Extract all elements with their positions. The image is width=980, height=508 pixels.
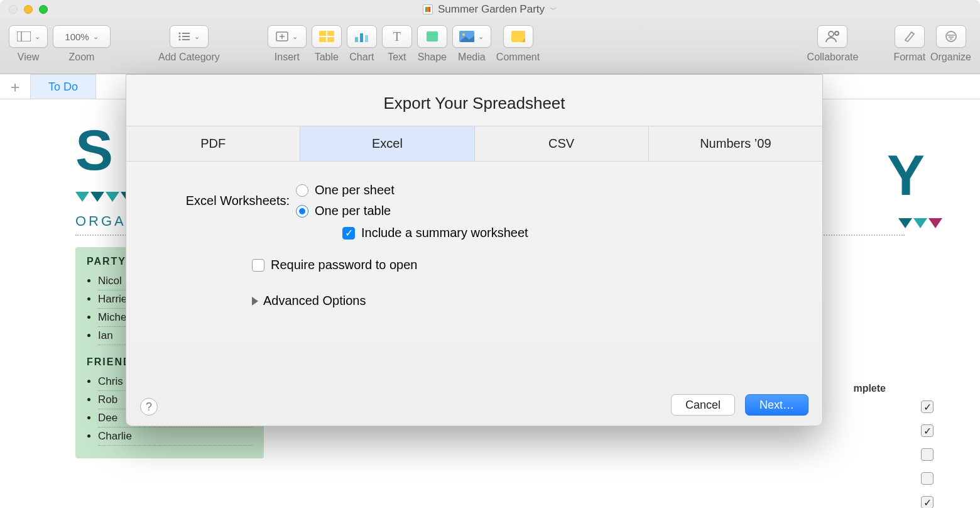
comment-button[interactable] xyxy=(503,25,533,48)
complete-checkbox[interactable] xyxy=(921,448,934,461)
format-tab-excel[interactable]: Excel xyxy=(300,126,474,161)
format-tabs: PDFExcelCSVNumbers ’09 xyxy=(126,126,822,162)
bar-chart-icon xyxy=(354,31,369,42)
toolbar: ⌄ View 100% ⌄ Zoom ⌄ Add Category ⌄ Inse… xyxy=(0,19,980,74)
svg-rect-5 xyxy=(182,36,190,37)
toolbar-label: View xyxy=(18,52,39,63)
dialog-body: Excel Worksheets: One per sheet One per … xyxy=(126,162,822,308)
toolbar-label: Media xyxy=(458,52,486,63)
square-icon xyxy=(425,31,439,42)
add-category-button[interactable]: ⌄ xyxy=(170,25,209,48)
checkbox-icon xyxy=(252,259,264,272)
radio-label: One per table xyxy=(315,204,391,218)
person-add-icon xyxy=(825,30,840,43)
table-icon xyxy=(319,31,334,42)
format-tab-pdf[interactable]: PDF xyxy=(126,126,300,161)
cancel-button[interactable]: Cancel xyxy=(671,394,735,416)
toolbar-label: Insert xyxy=(275,52,300,63)
paintbrush-icon xyxy=(903,30,917,43)
toolbar-label: Table xyxy=(315,52,339,63)
add-sheet-button[interactable]: ＋ xyxy=(0,74,30,99)
filter-icon xyxy=(944,30,958,43)
svg-rect-0 xyxy=(17,31,31,41)
minimize-window-button[interactable] xyxy=(24,5,33,14)
chevron-down-icon: ﹀ xyxy=(550,4,557,15)
toolbar-label: Zoom xyxy=(69,52,95,63)
advanced-options-disclosure[interactable]: Advanced Options xyxy=(252,294,797,308)
window-title[interactable]: Summer Garden Party ﹀ xyxy=(423,3,557,16)
plus-box-icon xyxy=(276,31,288,41)
caret-down-icon: ⌄ xyxy=(194,33,200,41)
worksheets-label: Excel Worksheets: xyxy=(151,194,296,208)
zoom-window-button[interactable] xyxy=(39,5,48,14)
disclosure-triangle-icon xyxy=(252,297,258,306)
table-button[interactable] xyxy=(312,25,342,48)
dialog-title: Export Your Spreadsheet xyxy=(126,75,822,126)
checkbox-icon: ✓ xyxy=(342,227,355,240)
doc-large-letters-right: Y xyxy=(887,143,942,208)
shape-button[interactable] xyxy=(417,25,447,48)
format-button[interactable] xyxy=(895,25,925,48)
complete-checkbox[interactable]: ✓ xyxy=(921,424,934,437)
complete-checkbox[interactable]: ✓ xyxy=(921,400,934,413)
format-tab-csv[interactable]: CSV xyxy=(475,126,649,161)
toolbar-label: Add Category xyxy=(158,52,220,63)
sheet-tab-todo[interactable]: To Do xyxy=(30,74,96,99)
svg-point-26 xyxy=(946,31,956,41)
toolbar-label: Collaborate xyxy=(807,52,859,63)
complete-checkbox[interactable] xyxy=(921,472,934,485)
collaborate-button[interactable] xyxy=(817,25,847,48)
next-button[interactable]: Next… xyxy=(745,394,808,416)
image-icon xyxy=(459,31,474,42)
radio-one-per-table[interactable]: One per table xyxy=(296,204,395,218)
view-button[interactable]: ⌄ xyxy=(9,25,48,48)
format-tab-numbers09[interactable]: Numbers ’09 xyxy=(649,126,822,161)
require-password-checkbox[interactable]: Require password to open xyxy=(252,258,417,272)
advanced-label: Advanced Options xyxy=(263,294,366,308)
caret-down-icon: ⌄ xyxy=(35,33,40,41)
text-icon: T xyxy=(393,30,401,44)
text-button[interactable]: T xyxy=(382,25,412,48)
list-icon xyxy=(178,31,190,41)
toolbar-label: Text xyxy=(388,52,406,63)
checkbox-label: Require password to open xyxy=(271,258,417,272)
toolbar-label: Organize xyxy=(930,52,971,63)
svg-point-6 xyxy=(179,38,181,40)
sticky-note-icon xyxy=(511,31,525,42)
svg-point-22 xyxy=(829,31,834,36)
document-title: Summer Garden Party xyxy=(438,3,545,16)
close-window-button[interactable] xyxy=(9,5,18,14)
radio-label: One per sheet xyxy=(315,183,395,197)
media-button[interactable]: ⌄ xyxy=(452,25,491,48)
zigzag-decor-right xyxy=(898,218,942,231)
organize-button[interactable] xyxy=(936,25,966,48)
button-label: Cancel xyxy=(685,399,721,411)
svg-point-4 xyxy=(179,35,181,37)
insert-button[interactable]: ⌄ xyxy=(268,25,307,48)
export-dialog: Export Your Spreadsheet PDFExcelCSVNumbe… xyxy=(126,74,823,426)
chart-button[interactable] xyxy=(347,25,377,48)
help-button[interactable]: ? xyxy=(140,398,158,416)
checkbox-label: Include a summary worksheet xyxy=(361,226,528,240)
traffic-lights xyxy=(9,5,48,14)
list-item: Charlie xyxy=(98,428,253,446)
sheet-tab-label: To Do xyxy=(48,80,78,94)
svg-rect-3 xyxy=(182,33,190,34)
radio-icon xyxy=(296,184,308,197)
include-summary-checkbox[interactable]: ✓ Include a summary worksheet xyxy=(342,226,528,240)
toolbar-label: Comment xyxy=(496,52,540,63)
toolbar-label: Format xyxy=(893,52,925,63)
document-icon xyxy=(423,4,433,14)
caret-down-icon: ⌄ xyxy=(478,33,484,41)
toolbar-label: Chart xyxy=(349,52,374,63)
svg-point-19 xyxy=(462,33,465,36)
svg-rect-14 xyxy=(355,37,358,42)
radio-one-per-sheet[interactable]: One per sheet xyxy=(296,183,395,197)
zoom-button[interactable]: 100% ⌄ xyxy=(53,25,111,48)
complete-checkbox[interactable]: ✓ xyxy=(921,496,934,508)
button-label: Next… xyxy=(760,399,794,411)
help-label: ? xyxy=(146,400,152,414)
svg-point-2 xyxy=(179,32,181,34)
svg-rect-7 xyxy=(182,39,190,40)
svg-rect-15 xyxy=(360,33,363,42)
